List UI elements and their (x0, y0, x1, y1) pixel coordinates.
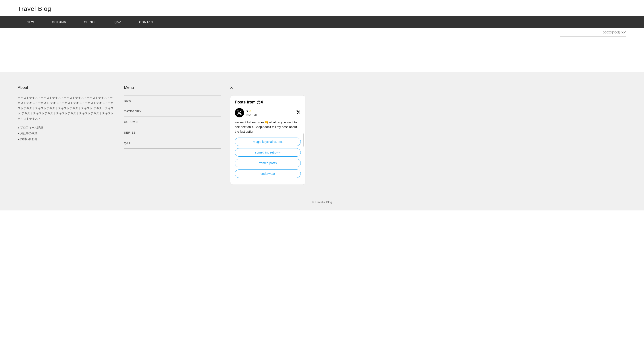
footer-menu-new[interactable]: NEW (124, 96, 221, 106)
copyright-text: © Travel & Blog (312, 200, 332, 204)
x-option-btn-4[interactable]: underwear (235, 169, 301, 178)
about-links: プロフィール詳細 お仕事の依頼 お問い合わせ (18, 126, 115, 141)
x-handle: @X · 9h (246, 113, 257, 116)
menu-divider-5 (124, 148, 221, 149)
x-option-btn-1[interactable]: mugs, keychains, etc. (235, 138, 301, 146)
site-title: Travel Blog (18, 5, 626, 13)
footer-x-section: X Posts from @X X ✔ @X · 9 (230, 85, 328, 185)
x-section-title: X (230, 85, 328, 90)
footer-menu-series[interactable]: SERIES (124, 127, 221, 138)
x-post-header: X ✔ @X · 9h (235, 108, 301, 117)
x-widget-title: Posts from @X (235, 100, 301, 105)
x-scrollbar[interactable] (304, 133, 304, 147)
nav-item-contact[interactable]: CONTACT (130, 16, 164, 28)
x-verified-icon: ✔ (249, 110, 252, 113)
menu-title: Menu (124, 85, 221, 90)
footer-bottom: © Travel & Blog (0, 194, 644, 210)
nav-item-series[interactable]: SERIES (75, 16, 106, 28)
x-post-text: we want to hear from 🤜 what do you want … (235, 120, 301, 134)
x-option-btn-3[interactable]: framed posts (235, 159, 301, 167)
content-area (0, 37, 644, 72)
nav: NEW COLUMN SERIES Q&A CONTACT (0, 16, 644, 28)
x-avatar (235, 108, 244, 117)
x-username: X ✔ (246, 109, 257, 113)
about-link-contact[interactable]: お問い合わせ (18, 137, 115, 141)
footer: About テキストテキストテキストテキストテキストテキストテキストテキストテキ… (0, 72, 644, 194)
date-text: XXXX年XX月(XX) (603, 31, 626, 34)
x-brand-icon (296, 110, 301, 115)
about-text: テキストテキストテキストテキストテキストテキストテキストテキストテキストテキスト… (18, 95, 115, 121)
footer-menu-column[interactable]: COLUMN (124, 117, 221, 127)
about-link-profile[interactable]: プロフィール詳細 (18, 126, 115, 130)
footer-menu-category[interactable]: CATEGORY (124, 106, 221, 117)
date-section: XXXX年XX月(XX) (0, 30, 644, 37)
about-title: About (18, 85, 115, 90)
x-header-row: X ✔ @X · 9h (235, 108, 257, 117)
footer-about: About テキストテキストテキストテキストテキストテキストテキストテキストテキ… (18, 85, 115, 185)
footer-grid: About テキストテキストテキストテキストテキストテキストテキストテキストテキ… (18, 85, 328, 185)
about-link-work[interactable]: お仕事の依頼 (18, 131, 115, 135)
nav-item-new[interactable]: NEW (18, 16, 43, 28)
header: Travel Blog (0, 0, 644, 16)
nav-item-column[interactable]: COLUMN (43, 16, 75, 28)
footer-menu: Menu NEW CATEGORY COLUMN SERIES Q&A (124, 85, 221, 185)
x-widget: Posts from @X X ✔ @X · 9h (230, 95, 306, 185)
x-user-info: X ✔ @X · 9h (246, 109, 257, 116)
nav-item-qa[interactable]: Q&A (106, 16, 130, 28)
x-option-btn-2[interactable]: something retro • • (235, 148, 301, 157)
footer-menu-qa[interactable]: Q&A (124, 138, 221, 148)
